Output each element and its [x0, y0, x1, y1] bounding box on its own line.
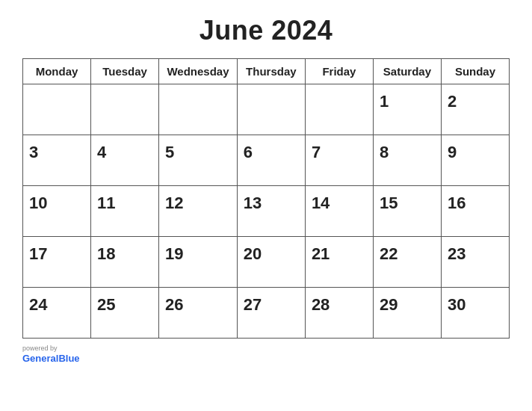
calendar-title: June 2024 [200, 15, 333, 46]
day-cell-17: 17 [23, 237, 91, 288]
empty-cell-w0d1 [91, 84, 159, 135]
day-cell-7: 7 [305, 135, 373, 186]
day-cell-21: 21 [305, 237, 373, 288]
week-row-0: 12 [23, 84, 510, 135]
footer: powered by GeneralBlue [22, 344, 80, 364]
day-header-thursday: Thursday [237, 59, 305, 84]
week-row-3: 17181920212223 [23, 237, 510, 288]
brand-general: General [22, 353, 58, 364]
day-header-tuesday: Tuesday [91, 59, 159, 84]
week-row-1: 3456789 [23, 135, 510, 186]
day-cell-29: 29 [373, 288, 441, 339]
day-cell-27: 27 [237, 288, 305, 339]
day-cell-4: 4 [91, 135, 159, 186]
day-cell-24: 24 [23, 288, 91, 339]
day-cell-3: 3 [23, 135, 91, 186]
empty-cell-w0d3 [237, 84, 305, 135]
day-cell-15: 15 [373, 186, 441, 237]
empty-cell-w0d0 [23, 84, 91, 135]
day-cell-2: 2 [441, 84, 509, 135]
day-header-saturday: Saturday [373, 59, 441, 84]
day-header-wednesday: Wednesday [159, 59, 238, 84]
calendar-table: MondayTuesdayWednesdayThursdayFridaySatu… [22, 58, 510, 339]
day-cell-20: 20 [237, 237, 305, 288]
day-cell-1: 1 [373, 84, 441, 135]
powered-by-label: powered by [22, 344, 58, 352]
day-cell-8: 8 [373, 135, 441, 186]
day-cell-13: 13 [237, 186, 305, 237]
day-cell-10: 10 [23, 186, 91, 237]
day-cell-26: 26 [159, 288, 238, 339]
empty-cell-w0d2 [159, 84, 238, 135]
day-cell-16: 16 [441, 186, 509, 237]
day-header-friday: Friday [305, 59, 373, 84]
day-cell-28: 28 [305, 288, 373, 339]
day-header-monday: Monday [23, 59, 91, 84]
empty-cell-w0d4 [305, 84, 373, 135]
day-cell-6: 6 [237, 135, 305, 186]
day-cell-22: 22 [373, 237, 441, 288]
week-row-4: 24252627282930 [23, 288, 510, 339]
day-cell-23: 23 [441, 237, 509, 288]
calendar-body: 1234567891011121314151617181920212223242… [23, 84, 510, 339]
day-cell-11: 11 [91, 186, 159, 237]
day-cell-14: 14 [305, 186, 373, 237]
day-cell-5: 5 [159, 135, 238, 186]
brand-blue: Blue [58, 353, 79, 364]
day-cell-18: 18 [91, 237, 159, 288]
brand-label: GeneralBlue [22, 353, 80, 364]
week-row-2: 10111213141516 [23, 186, 510, 237]
day-cell-9: 9 [441, 135, 509, 186]
day-cell-25: 25 [91, 288, 159, 339]
days-header-row: MondayTuesdayWednesdayThursdayFridaySatu… [23, 59, 510, 84]
day-cell-12: 12 [159, 186, 238, 237]
day-cell-30: 30 [441, 288, 509, 339]
day-cell-19: 19 [159, 237, 238, 288]
day-header-sunday: Sunday [441, 59, 509, 84]
